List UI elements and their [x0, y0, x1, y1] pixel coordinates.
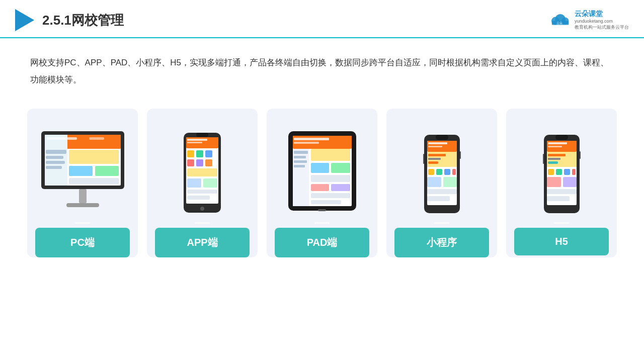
svg-rect-82 [543, 154, 544, 164]
svg-rect-73 [444, 169, 450, 175]
app-phone-icon [182, 131, 222, 214]
svg-rect-23 [196, 133, 208, 137]
svg-rect-96 [563, 177, 577, 187]
svg-rect-78 [427, 196, 450, 201]
brand-tagline: 教育机构一站式服务云平台 [575, 25, 629, 31]
cards-container: PC端 [0, 99, 644, 267]
svg-rect-8 [45, 135, 67, 186]
svg-rect-95 [547, 177, 561, 187]
svg-rect-50 [294, 165, 305, 167]
svg-rect-11 [46, 161, 65, 164]
svg-rect-28 [187, 150, 194, 157]
svg-point-24 [200, 207, 204, 211]
card-pad: PAD端 [267, 109, 377, 257]
svg-rect-36 [203, 178, 217, 188]
h5-label-bar [554, 222, 569, 224]
svg-rect-31 [187, 159, 194, 166]
svg-rect-47 [294, 151, 308, 154]
svg-rect-88 [548, 154, 566, 156]
svg-rect-55 [311, 184, 329, 191]
svg-rect-34 [187, 168, 217, 176]
svg-text:云朵: 云朵 [556, 21, 562, 25]
svg-rect-27 [187, 142, 202, 143]
svg-rect-90 [548, 161, 558, 164]
pad-label: PAD端 [275, 228, 369, 257]
svg-rect-85 [548, 142, 567, 144]
card-h5: H5 [506, 109, 617, 257]
svg-rect-54 [311, 175, 350, 182]
svg-rect-81 [555, 135, 568, 140]
svg-rect-56 [331, 184, 350, 191]
svg-rect-29 [196, 150, 203, 157]
pad-tablet-icon [286, 129, 359, 214]
svg-rect-77 [427, 189, 457, 194]
svg-rect-12 [46, 166, 62, 169]
brand-logo: 云朵 云朵课堂 yunduoketang.com 教育机构一站式服务云平台 [547, 10, 629, 30]
svg-rect-92 [556, 169, 562, 175]
brand-text: 云朵课堂 yunduoketang.com 教育机构一站式服务云平台 [575, 10, 629, 30]
svg-rect-66 [428, 146, 442, 147]
svg-rect-20 [66, 203, 99, 207]
svg-rect-17 [47, 137, 77, 140]
svg-rect-33 [205, 159, 212, 166]
svg-rect-89 [548, 158, 560, 160]
svg-rect-86 [548, 146, 562, 147]
page-title: 2.5.1网校管理 [42, 12, 124, 29]
svg-rect-57 [311, 193, 350, 198]
svg-rect-68 [428, 154, 446, 156]
svg-rect-19 [79, 189, 87, 203]
pc-image-area [39, 119, 127, 214]
h5-phone-icon [543, 134, 581, 214]
svg-rect-18 [89, 137, 104, 140]
svg-rect-71 [428, 169, 434, 175]
svg-rect-83 [580, 151, 581, 159]
svg-rect-69 [428, 158, 441, 160]
brand-name: 云朵课堂 [575, 10, 603, 19]
svg-rect-37 [187, 190, 217, 194]
pc-label-bar [75, 222, 90, 224]
svg-rect-98 [547, 196, 570, 201]
svg-rect-97 [547, 189, 577, 194]
h5-image-area [543, 119, 581, 214]
miniapp-phone-icon [423, 134, 461, 214]
card-app: APP端 [147, 109, 258, 257]
h5-label: H5 [514, 228, 609, 255]
svg-rect-45 [294, 142, 319, 144]
svg-rect-30 [205, 150, 212, 157]
app-label-bar [195, 222, 210, 224]
svg-rect-75 [427, 177, 441, 187]
svg-rect-14 [69, 166, 93, 176]
svg-rect-52 [311, 163, 329, 173]
pc-label: PC端 [35, 228, 130, 257]
pc-monitor-icon [39, 129, 127, 214]
miniapp-image-area [423, 119, 461, 214]
svg-rect-51 [311, 149, 350, 161]
svg-rect-13 [69, 150, 119, 164]
svg-rect-48 [294, 156, 306, 158]
miniapp-label-bar [434, 222, 449, 224]
svg-rect-26 [187, 139, 207, 141]
svg-rect-15 [95, 166, 119, 176]
svg-rect-76 [443, 177, 457, 187]
svg-rect-10 [46, 156, 63, 159]
svg-rect-70 [428, 161, 438, 164]
card-miniapp: 小程序 [386, 109, 497, 257]
svg-rect-35 [187, 178, 201, 188]
app-label: APP端 [155, 228, 250, 257]
svg-rect-65 [428, 142, 447, 144]
svg-rect-93 [564, 169, 570, 175]
svg-rect-58 [311, 200, 341, 204]
svg-rect-44 [294, 138, 329, 140]
svg-rect-91 [548, 169, 554, 175]
page-description: 网校支持PC、APP、PAD、小程序、H5，实现多端打通，产品各终端自由切换，数… [0, 38, 644, 99]
svg-rect-74 [452, 169, 456, 175]
svg-rect-32 [196, 159, 203, 166]
page-header: 2.5.1网校管理 云朵 云朵课堂 yunduoketang.com 教育机构一… [0, 0, 644, 38]
svg-rect-49 [294, 160, 307, 163]
svg-rect-72 [436, 169, 442, 175]
header-right: 云朵 云朵课堂 yunduoketang.com 教育机构一站式服务云平台 [547, 10, 629, 30]
svg-rect-62 [423, 154, 424, 164]
svg-rect-53 [331, 163, 350, 173]
svg-rect-94 [572, 169, 576, 175]
brand-url: yunduoketang.com [575, 19, 613, 25]
